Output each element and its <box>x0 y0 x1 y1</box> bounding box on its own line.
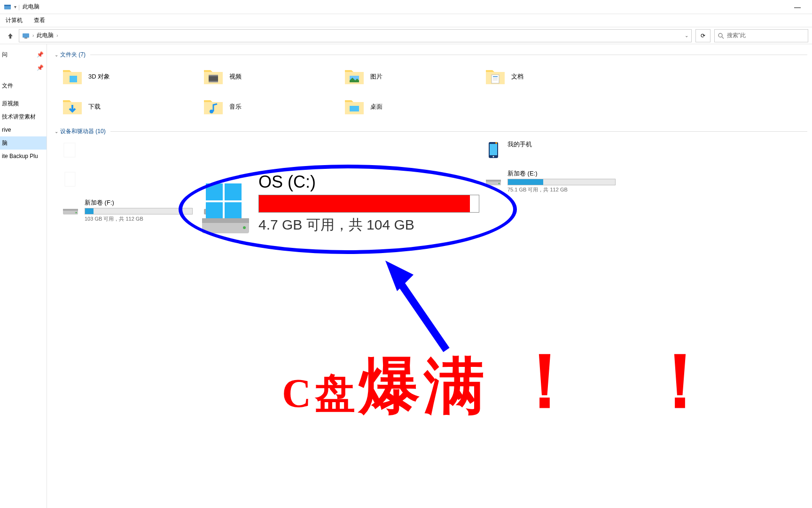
svg-point-36 <box>243 226 246 229</box>
svg-rect-3 <box>24 38 27 39</box>
chevron-down-icon: ⌄ <box>55 129 58 134</box>
nav-sidebar: 问📌 📌 文件 原视频 技术讲堂素材 rive 脑 ite Backup Plu <box>0 44 47 508</box>
svg-point-21 <box>495 142 497 144</box>
folder-label: 视频 <box>229 72 242 81</box>
minimize-button[interactable]: — <box>787 0 808 14</box>
sidebar-item[interactable]: rive <box>0 123 47 136</box>
annotation-text: C盘爆满！！ <box>282 331 722 433</box>
folder-label: 文档 <box>511 72 523 81</box>
sidebar-item[interactable]: ite Backup Plu <box>0 150 47 163</box>
folder-videos[interactable]: 视频 <box>202 64 343 90</box>
drive-free-text: 75.1 GB 可用，共 112 GB <box>508 186 616 193</box>
svg-point-20 <box>493 156 494 158</box>
folder-downloads[interactable]: 下载 <box>61 94 202 120</box>
svg-point-28 <box>76 212 77 214</box>
breadcrumb-sep: › <box>56 33 58 38</box>
svg-point-25 <box>499 183 500 184</box>
svg-rect-27 <box>63 209 78 211</box>
svg-rect-11 <box>492 75 499 83</box>
phone-icon <box>484 140 503 159</box>
folder-label: 桌面 <box>370 103 383 111</box>
folder-music[interactable]: 音乐 <box>202 94 343 120</box>
annotation-arrow <box>371 251 465 356</box>
search-placeholder: 搜索"此 <box>727 32 746 40</box>
hdd-icon <box>202 198 221 217</box>
address-dropdown[interactable]: ⌄ <box>685 33 688 38</box>
svg-rect-1 <box>4 5 11 6</box>
drive-usage-bar <box>85 208 193 214</box>
folder-icon <box>343 65 366 88</box>
breadcrumb-root[interactable]: 此电脑 <box>37 32 54 40</box>
svg-rect-2 <box>23 33 29 38</box>
folder-label: 3D 对象 <box>88 72 110 81</box>
svg-rect-24 <box>486 180 501 182</box>
tab-view[interactable]: 查看 <box>28 15 51 26</box>
sidebar-item[interactable]: 原视频 <box>0 97 47 110</box>
sidebar-item[interactable]: 技术讲堂素材 <box>0 110 47 123</box>
svg-rect-19 <box>490 144 497 155</box>
folder-icon <box>343 95 366 118</box>
hdd-icon <box>484 169 503 188</box>
drive-name: 新加卷 (F:) <box>85 198 193 207</box>
drive-name: 我的手机 <box>508 140 616 149</box>
svg-rect-17 <box>64 143 75 157</box>
drive-f[interactable]: 新加卷 (F:) 103 GB 可用，共 112 GB <box>61 198 202 225</box>
drive-usage-bar <box>508 179 616 185</box>
folder-icon <box>61 95 84 118</box>
nav-up-button[interactable] <box>4 29 17 42</box>
svg-point-4 <box>718 33 722 37</box>
address-row: › 此电脑 › ⌄ ⟳ 搜索"此 <box>0 27 812 44</box>
svg-rect-6 <box>70 76 77 82</box>
folder-label: 下载 <box>88 103 101 111</box>
drive-free-text: 103 GB 可用，共 112 GB <box>85 215 193 222</box>
sidebar-item[interactable]: 文件 <box>0 79 47 92</box>
breadcrumb-sep: › <box>32 33 34 38</box>
caret-icon: ▾ <box>14 4 16 9</box>
pin-icon: 📌 <box>37 51 44 58</box>
drive-item[interactable] <box>202 198 343 225</box>
chevron-down-icon: ⌄ <box>55 52 58 57</box>
sidebar-item-this-pc[interactable]: 脑 <box>0 136 47 150</box>
folder-documents[interactable]: 文档 <box>484 64 625 90</box>
pin-icon: 📌 <box>37 64 44 71</box>
window-title: 此电脑 <box>23 3 39 11</box>
tab-computer[interactable]: 计算机 <box>0 15 28 26</box>
drive-phone[interactable]: 我的手机 <box>484 140 625 167</box>
hdd-icon <box>61 198 80 217</box>
folder-icon <box>61 65 84 88</box>
folder-label: 图片 <box>370 72 383 81</box>
sidebar-item[interactable]: 问📌 <box>0 48 47 61</box>
svg-rect-22 <box>65 172 75 186</box>
title-bar: ▾ | 此电脑 — <box>0 0 812 14</box>
folder-3d-objects[interactable]: 3D 对象 <box>61 64 202 90</box>
section-label: 设备和驱动器 (10) <box>60 127 106 135</box>
svg-line-5 <box>722 37 724 39</box>
refresh-icon: ⟳ <box>701 32 705 39</box>
search-box[interactable]: 搜索"此 <box>714 29 808 42</box>
folder-icon <box>202 95 225 118</box>
pc-icon <box>22 32 30 40</box>
drive-name: 新加卷 (E:) <box>508 169 616 178</box>
drive-item[interactable] <box>61 140 202 167</box>
section-label: 文件夹 (7) <box>60 51 86 59</box>
folder-pictures[interactable]: 图片 <box>343 64 484 90</box>
ribbon-tabs: 计算机 查看 <box>0 14 812 27</box>
section-folders-header[interactable]: ⌄ 文件夹 (7) <box>52 48 807 64</box>
sidebar-item[interactable]: 📌 <box>0 61 47 74</box>
content-pane: ⌄ 文件夹 (7) 3D 对象 视频 图片 文档 下载 <box>47 44 812 508</box>
app-icon <box>4 3 11 11</box>
section-drives-header[interactable]: ⌄ 设备和驱动器 (10) <box>52 125 807 140</box>
address-bar[interactable]: › 此电脑 › ⌄ <box>19 29 692 42</box>
folder-icon <box>484 65 507 88</box>
folder-label: 音乐 <box>229 103 242 111</box>
refresh-button[interactable]: ⟳ <box>695 29 710 42</box>
file-icon <box>61 169 80 188</box>
folder-desktop[interactable]: 桌面 <box>343 94 484 120</box>
drive-e[interactable]: 新加卷 (E:) 75.1 GB 可用，共 112 GB <box>484 169 625 196</box>
svg-rect-16 <box>350 106 359 111</box>
svg-rect-29 <box>204 209 219 214</box>
blank-icon <box>61 140 80 159</box>
search-icon <box>718 32 724 39</box>
folder-icon <box>202 65 225 88</box>
svg-rect-8 <box>209 75 218 76</box>
